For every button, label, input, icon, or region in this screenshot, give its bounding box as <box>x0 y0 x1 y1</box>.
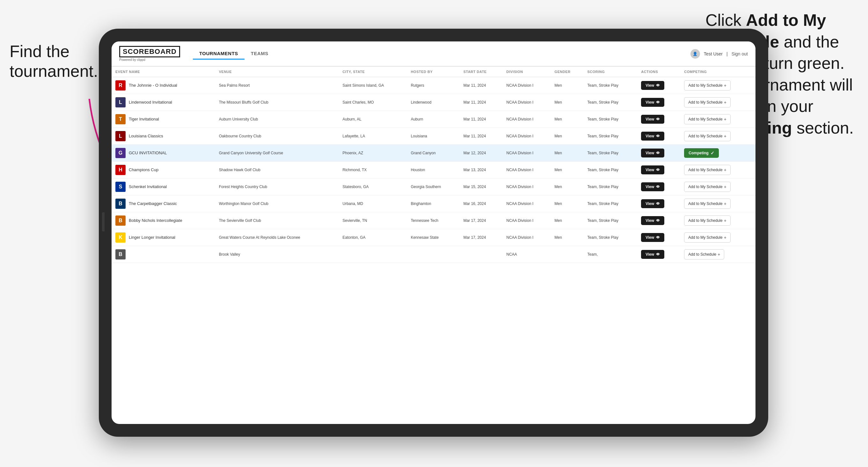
venue-text: The Missouri Bluffs Golf Club <box>219 100 269 104</box>
add-schedule-label: Add to My Schedule <box>688 117 722 121</box>
competing-cell: Add to My Schedule + <box>680 162 755 179</box>
start-date: Mar 11, 2024 <box>464 100 486 104</box>
add-schedule-button[interactable]: Add to My Schedule + <box>684 232 731 243</box>
col-city-state: CITY, STATE <box>339 67 407 77</box>
view-button[interactable]: View 👁 <box>641 250 664 259</box>
logo-sub: Powered by clippd <box>119 58 180 62</box>
col-scoring: SCORING <box>584 67 638 77</box>
actions-cell: View 👁 <box>637 212 680 229</box>
division: NCAA Division I <box>506 151 534 155</box>
add-schedule-label: Add to My Schedule <box>688 218 722 223</box>
eye-icon: 👁 <box>656 151 660 155</box>
gender-cell <box>551 246 584 263</box>
start-date-cell: Mar 11, 2024 <box>460 94 503 111</box>
team-logo: L <box>115 97 126 107</box>
view-button[interactable]: View 👁 <box>641 149 664 157</box>
eye-icon: 👁 <box>656 235 660 240</box>
tablet-screen: SCOREBOARD Powered by clippd TOURNAMENTS… <box>112 41 755 424</box>
gender-cell: Men <box>551 77 584 94</box>
scoring: Team, Stroke Play <box>588 117 618 121</box>
user-name: Test User <box>704 51 723 56</box>
division-cell: NCAA Division I <box>503 162 551 179</box>
add-schedule-button[interactable]: Add to Schedule + <box>684 249 724 259</box>
view-button[interactable]: View 👁 <box>641 132 664 141</box>
view-button[interactable]: View 👁 <box>641 115 664 124</box>
sign-out-link[interactable]: Sign out <box>732 51 748 56</box>
scoring-cell: Team, Stroke Play <box>584 195 638 212</box>
scoring-cell: Team, Stroke Play <box>584 145 638 162</box>
col-event-name: EVENT NAME <box>112 67 215 77</box>
city-state-cell: Phoenix, AZ <box>339 145 407 162</box>
team-logo: B <box>115 249 126 259</box>
view-label: View <box>646 201 654 206</box>
view-button[interactable]: View 👁 <box>641 233 664 242</box>
city-state: Sevierville, TN <box>343 218 367 223</box>
view-button[interactable]: View 👁 <box>641 81 664 90</box>
add-schedule-button[interactable]: Add to My Schedule + <box>684 198 731 209</box>
division: NCAA Division I <box>506 83 534 88</box>
add-schedule-button[interactable]: Add to My Schedule + <box>684 97 731 107</box>
competing-cell: Add to My Schedule + <box>680 94 755 111</box>
add-schedule-button[interactable]: Add to My Schedule + <box>684 182 731 192</box>
table-row: T Tiger Invitational Auburn University C… <box>112 111 755 128</box>
team-logo: B <box>115 198 126 209</box>
start-date-cell: Mar 12, 2024 <box>460 145 503 162</box>
col-division: DIVISION <box>503 67 551 77</box>
competing-cell: Add to My Schedule + <box>680 195 755 212</box>
scoring-cell: Team, Stroke Play <box>584 229 638 246</box>
hosted-by-cell: Tennessee Tech <box>407 212 460 229</box>
actions-cell: View 👁 <box>637 179 680 195</box>
eye-icon: 👁 <box>656 185 660 189</box>
view-button[interactable]: View 👁 <box>641 182 664 191</box>
city-state: Eatonton, GA <box>343 235 366 240</box>
add-schedule-label: Add to My Schedule <box>688 83 722 88</box>
division: NCAA <box>506 252 517 257</box>
hosted-by: Rutgers <box>411 83 424 88</box>
tournaments-table: EVENT NAME VENUE CITY, STATE HOSTED BY S… <box>112 67 755 263</box>
gender: Men <box>555 151 562 155</box>
tab-teams[interactable]: TEAMS <box>245 48 275 60</box>
add-schedule-button[interactable]: Add to My Schedule + <box>684 114 731 124</box>
competing-button[interactable]: Competing ✓ <box>684 148 719 158</box>
header-right: 👤 Test User | Sign out <box>690 49 748 59</box>
start-date-cell: Mar 15, 2024 <box>460 179 503 195</box>
gender-cell: Men <box>551 145 584 162</box>
tab-tournaments[interactable]: TOURNAMENTS <box>193 48 245 60</box>
view-button[interactable]: View 👁 <box>641 165 664 175</box>
start-date: Mar 17, 2024 <box>464 218 486 223</box>
scoring-cell: Team, Stroke Play <box>584 111 638 128</box>
event-name-cell: T Tiger Invitational <box>112 111 215 128</box>
add-schedule-label: Add to Schedule <box>688 252 716 257</box>
event-name-cell: G GCU INVITATIONAL <box>112 145 215 162</box>
event-name: The Carpetbagger Classic <box>129 201 177 207</box>
col-gender: GENDER <box>551 67 584 77</box>
start-date: Mar 15, 2024 <box>464 185 486 189</box>
start-date-cell <box>460 246 503 263</box>
plus-icon: + <box>724 100 726 105</box>
hosted-by: Binghamton <box>411 201 431 206</box>
view-label: View <box>646 168 654 172</box>
table-container: EVENT NAME VENUE CITY, STATE HOSTED BY S… <box>112 67 755 424</box>
view-button[interactable]: View 👁 <box>641 216 664 225</box>
competing-cell: Add to Schedule + <box>680 246 755 263</box>
venue-text: Shadow Hawk Golf Club <box>219 168 260 172</box>
venue-text: Grand Canyon University Golf Course <box>219 151 283 155</box>
competing-label: Competing <box>688 151 709 155</box>
add-schedule-button[interactable]: Add to My Schedule + <box>684 80 731 91</box>
add-schedule-button[interactable]: Add to My Schedule + <box>684 216 731 226</box>
view-button[interactable]: View 👁 <box>641 98 664 107</box>
venue-text: The Sevierville Golf Club <box>219 218 261 223</box>
add-schedule-button[interactable]: Add to My Schedule + <box>684 131 731 141</box>
eye-icon: 👁 <box>656 117 660 121</box>
team-logo: R <box>115 80 126 91</box>
add-schedule-button[interactable]: Add to My Schedule + <box>684 165 731 175</box>
city-state: Saint Charles, MO <box>343 100 374 104</box>
event-name: Tiger Invitational <box>129 117 159 122</box>
division-cell: NCAA Division I <box>503 111 551 128</box>
competing-cell: Add to My Schedule + <box>680 111 755 128</box>
event-name-cell: B Bobby Nichols Intercollegiate <box>112 212 215 229</box>
city-state-cell: Eatonton, GA <box>339 229 407 246</box>
view-button[interactable]: View 👁 <box>641 199 664 208</box>
logo-text: SCOREBOARD <box>119 46 180 57</box>
venue-cell: Forest Heights Country Club <box>215 179 339 195</box>
